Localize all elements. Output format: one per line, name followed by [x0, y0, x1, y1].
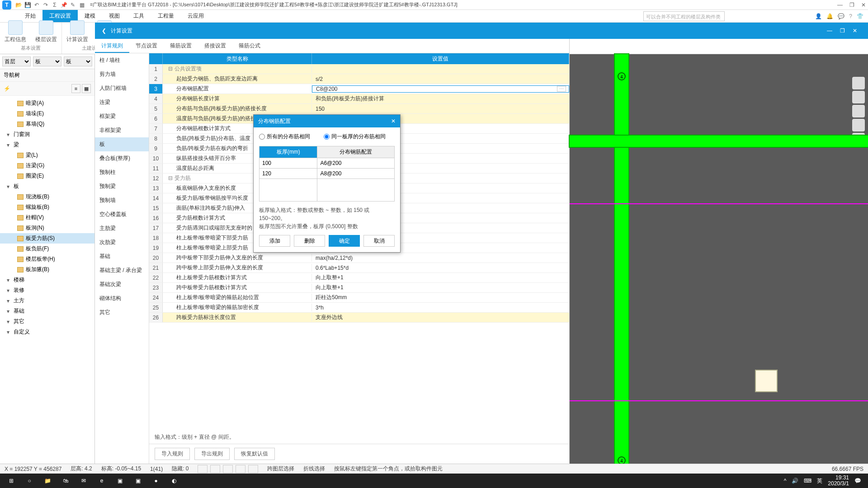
grid-row[interactable]: 20跨中板带下部受力筋伸入支座的长度max(ha/2,12*d)	[149, 253, 569, 263]
category-item[interactable]: 基础次梁	[95, 277, 149, 291]
tab-cloud[interactable]: 云应用	[181, 10, 211, 22]
qat-grid-icon[interactable]: ▦	[78, 1, 85, 9]
start-button[interactable]: ⊞	[2, 474, 20, 488]
status-tool-4[interactable]	[236, 465, 245, 473]
category-item[interactable]: 框架梁	[95, 109, 149, 123]
table-row[interactable]: 120A8@200	[259, 169, 395, 179]
status-snap[interactable]: 折线选择	[303, 465, 325, 473]
radio-per-thickness[interactable]: 同一板厚的分布筋相同	[324, 133, 386, 141]
grid-row[interactable]: 25柱上板带/板带暗梁的箍筋加密长度3*h	[149, 303, 569, 313]
import-rules-button[interactable]: 导入规则	[155, 448, 190, 460]
tab-quantity[interactable]: 工程量	[151, 10, 181, 22]
qat-save-icon[interactable]: 💾	[24, 1, 31, 9]
more-button[interactable]: ⋯	[557, 86, 566, 92]
radio-all-same[interactable]: 所有的分布筋相同	[259, 133, 310, 141]
cortana-icon[interactable]: ○	[20, 474, 38, 488]
qat-pin-icon[interactable]: 📌	[60, 1, 67, 9]
category-item[interactable]: 主肋梁	[95, 221, 149, 235]
category-item[interactable]: 人防门框墙	[95, 81, 149, 95]
category-item[interactable]: 预制柱	[95, 165, 149, 179]
grid-row[interactable]: 26跨板受力筋标注长度位置支座外边线	[149, 313, 569, 323]
category-item[interactable]: 板	[95, 137, 149, 151]
minimize-button[interactable]: —	[837, 2, 843, 8]
tree-leaf[interactable]: 板负筋(F)	[0, 244, 94, 254]
grid-row[interactable]: 1⊟公共设置项	[149, 64, 569, 74]
tab-tools[interactable]: 工具	[127, 10, 151, 22]
tab-calc-rule[interactable]: 计算规则	[95, 39, 129, 53]
qat-open-icon[interactable]: 📂	[15, 1, 22, 9]
subcategory-select[interactable]: 板	[64, 56, 92, 66]
explorer-icon[interactable]: 📁	[38, 474, 57, 488]
taskbar-clock[interactable]: 19:312020/3/1	[828, 475, 849, 487]
grid-row[interactable]: 22柱上板带受力筋根数计算方式向上取整+1	[149, 273, 569, 283]
category-item[interactable]: 预制墙	[95, 193, 149, 207]
tree-leaf[interactable]: 幕墙(Q)	[0, 119, 94, 129]
category-item[interactable]: 空心楼盖板	[95, 207, 149, 221]
category-item[interactable]: 砌体结构	[95, 291, 149, 305]
th-thickness[interactable]: 板厚(mm)	[259, 146, 317, 158]
tray-up-icon[interactable]: ^	[784, 478, 787, 484]
status-layer-select[interactable]: 跨图层选择	[267, 465, 294, 473]
tab-stirrup[interactable]: 箍筋设置	[164, 39, 198, 53]
grid-row[interactable]: 4分布钢筋长度计算和负筋(跨板受力筋)搭接计算	[149, 94, 569, 104]
calc-settings-button[interactable]: 计算设置	[66, 20, 88, 43]
view-list-icon[interactable]: ≡	[71, 84, 80, 93]
category-item[interactable]: 非框架梁	[95, 123, 149, 137]
tree-leaf[interactable]: 暗梁(A)	[0, 98, 94, 108]
bell-icon[interactable]: 🔔	[826, 13, 833, 19]
tree-leaf[interactable]: 现浇板(B)	[0, 192, 94, 202]
tree-leaf[interactable]: 板洞(N)	[0, 223, 94, 233]
tab-node[interactable]: 节点设置	[129, 39, 164, 53]
export-rules-button[interactable]: 导出规则	[194, 448, 230, 460]
project-info-button[interactable]: 工程信息	[5, 20, 26, 43]
back-arrow-icon[interactable]: ❮	[102, 28, 106, 34]
app-icon-2[interactable]: ▣	[129, 474, 147, 488]
panel-minimize-icon[interactable]: —	[823, 28, 836, 34]
tab-formula[interactable]: 箍筋公式	[232, 39, 267, 53]
tree-leaf[interactable]: 圈梁(E)	[0, 171, 94, 181]
tree-branch[interactable]: ▾基础	[0, 306, 94, 316]
tree-leaf[interactable]: 墙垛(E)	[0, 108, 94, 119]
category-item[interactable]: 连梁	[95, 95, 149, 109]
panel-restore-icon[interactable]: ❐	[836, 28, 849, 34]
tree-branch[interactable]: ▾土方	[0, 296, 94, 306]
category-item[interactable]: 基础	[95, 249, 149, 263]
tray-ime[interactable]: 英	[817, 477, 822, 485]
tree-branch[interactable]: ▾板	[0, 181, 94, 192]
category-item[interactable]: 柱 / 墙柱	[95, 53, 149, 67]
tree-branch[interactable]: ▾楼梯	[0, 275, 94, 285]
status-tool-2[interactable]	[210, 465, 220, 473]
ok-button[interactable]: 确定	[329, 235, 360, 247]
category-item[interactable]: 叠合板(整厚)	[95, 151, 149, 165]
mail-icon[interactable]: ✉	[75, 474, 93, 488]
qat-sum-icon[interactable]: Σ	[51, 1, 58, 9]
user-icon[interactable]: 👤	[815, 13, 822, 19]
vp-tool-5[interactable]	[852, 133, 865, 145]
tree-leaf[interactable]: 板受力筋(S)	[0, 233, 94, 244]
qat-redo-icon[interactable]: ↷	[42, 1, 49, 9]
vp-tool-4[interactable]	[852, 119, 865, 131]
chat-icon[interactable]: 💬	[838, 13, 844, 19]
qat-edit-icon[interactable]: ✎	[69, 1, 76, 9]
tree-branch[interactable]: ▾自定义	[0, 327, 94, 337]
category-item[interactable]: 其它	[95, 305, 149, 319]
tree-branch[interactable]: ▾其它	[0, 316, 94, 327]
table-row[interactable]: 100A6@200	[259, 158, 395, 169]
tree-branch[interactable]: ▾门窗洞	[0, 129, 94, 140]
view-grid-icon[interactable]: ▦	[82, 84, 91, 93]
tray-volume-icon[interactable]: 🔊	[792, 478, 798, 484]
tree-leaf[interactable]: 梁(L)	[0, 150, 94, 160]
help-search[interactable]: 可以合并不同工程的楼层及构件类型吗？	[643, 11, 725, 21]
grid-row[interactable]: 2起始受力钢筋、负筋距支座边距离s/2	[149, 74, 569, 84]
category-item[interactable]: 基础主梁 / 承台梁	[95, 263, 149, 277]
cancel-button[interactable]: 取消	[363, 235, 395, 247]
status-tool-3[interactable]	[223, 465, 233, 473]
tree-branch[interactable]: ▾梁	[0, 140, 94, 150]
close-button[interactable]: ✕	[861, 2, 866, 8]
category-item[interactable]: 预制梁	[95, 179, 149, 193]
qat-undo-icon[interactable]: ↶	[33, 1, 40, 9]
help-icon[interactable]: ?	[849, 13, 852, 19]
app-icon-4[interactable]: ◐	[165, 474, 183, 488]
dialog-title-bar[interactable]: 分布钢筋配置 ✕	[254, 115, 400, 127]
grid-row[interactable]: 24柱上板带/板带暗梁的箍筋起始位置距柱边50mm	[149, 293, 569, 303]
